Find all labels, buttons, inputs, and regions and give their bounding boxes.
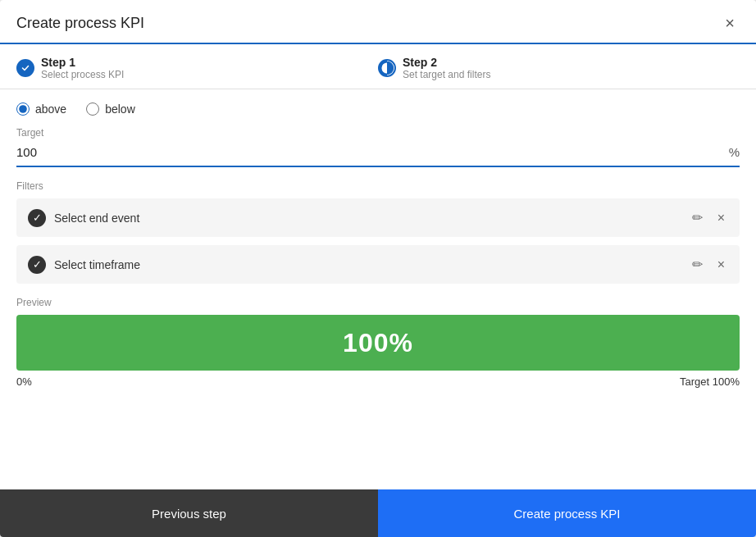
step1-icon xyxy=(16,59,34,77)
step2-sublabel: Set target and filters xyxy=(403,69,490,80)
target-label: Target xyxy=(16,127,740,139)
filter1-left: ✓ Select end event xyxy=(28,209,139,227)
preview-section: Preview 100% 0% Target 100% xyxy=(16,297,740,388)
filter1-close-icon: × xyxy=(717,211,725,225)
preview-progress-bar: 100% xyxy=(16,315,740,371)
preview-min-label: 0% xyxy=(16,375,32,388)
step1-sublabel: Select process KPI xyxy=(41,69,124,80)
step2-info: Step 2 Set target and filters xyxy=(403,56,490,80)
filter2-remove-button[interactable]: × xyxy=(714,256,728,274)
radio-above-label: above xyxy=(35,102,66,116)
step-2: Step 2 Set target and filters xyxy=(378,56,740,80)
step2-icon xyxy=(378,59,396,77)
filter-item-1: ✓ Select end event ✏ × xyxy=(16,198,740,237)
filter1-check-icon: ✓ xyxy=(28,209,46,227)
modal-footer: Previous step Create process KPI xyxy=(0,489,756,537)
filter1-label: Select end event xyxy=(54,212,139,225)
steps-bar: Step 1 Select process KPI Step 2 Set tar… xyxy=(0,44,756,89)
preview-meta: 0% Target 100% xyxy=(16,375,740,388)
filter2-left: ✓ Select timeframe xyxy=(28,256,140,274)
filter1-actions: ✏ × xyxy=(689,208,728,227)
radio-below-label: below xyxy=(105,102,135,116)
filter1-edit-button[interactable]: ✏ xyxy=(689,208,706,227)
target-input[interactable] xyxy=(16,142,722,162)
step1-label: Step 1 xyxy=(41,56,124,69)
modal: Create process KPI × Step 1 Select proce… xyxy=(0,0,756,537)
step-1: Step 1 Select process KPI xyxy=(16,56,378,80)
radio-below-input[interactable] xyxy=(86,102,99,116)
filter2-actions: ✏ × xyxy=(689,255,728,274)
radio-above[interactable]: above xyxy=(16,102,66,116)
filters-section: Filters ✓ Select end event ✏ × ✓ xyxy=(16,180,740,284)
filter2-close-icon: × xyxy=(717,257,725,271)
create-kpi-button[interactable]: Create process KPI xyxy=(378,489,756,537)
radio-below[interactable]: below xyxy=(86,102,135,116)
radio-above-input[interactable] xyxy=(16,102,30,116)
step1-info: Step 1 Select process KPI xyxy=(41,56,124,80)
previous-step-button[interactable]: Previous step xyxy=(0,489,378,537)
preview-max-label: Target 100% xyxy=(680,375,740,388)
close-button[interactable]: × xyxy=(720,13,740,33)
direction-radio-group: above below xyxy=(16,102,740,116)
svg-point-0 xyxy=(20,62,31,74)
modal-header: Create process KPI × xyxy=(0,0,756,44)
preview-value: 100% xyxy=(343,328,413,358)
preview-label: Preview xyxy=(16,297,740,308)
filter1-remove-button[interactable]: × xyxy=(714,209,728,227)
modal-body: above below Target % Filters ✓ Select en… xyxy=(0,89,756,489)
filter2-label: Select timeframe xyxy=(54,258,140,271)
step2-label: Step 2 xyxy=(403,56,490,69)
filters-label: Filters xyxy=(16,180,740,192)
target-section: Target % xyxy=(16,127,740,167)
filter2-edit-icon: ✏ xyxy=(692,257,703,271)
filter2-edit-button[interactable]: ✏ xyxy=(689,255,706,274)
modal-title: Create process KPI xyxy=(16,15,144,32)
filter1-edit-icon: ✏ xyxy=(692,211,703,225)
target-row: % xyxy=(16,142,740,167)
filter2-check-icon: ✓ xyxy=(28,256,46,274)
filter-item-2: ✓ Select timeframe ✏ × xyxy=(16,245,740,284)
target-unit: % xyxy=(722,145,740,159)
